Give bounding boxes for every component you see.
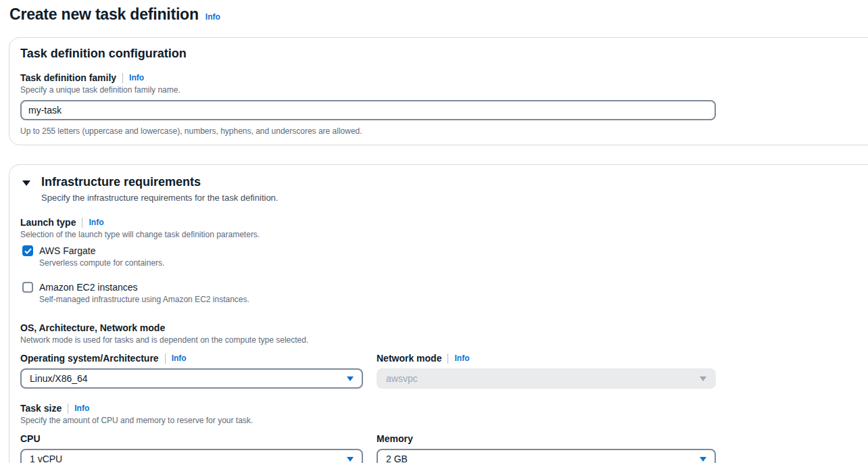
- infrastructure-section-header[interactable]: Infrastructure requirements Specify the …: [22, 175, 868, 203]
- task-definition-configuration-card: Task definition configuration Task defin…: [9, 37, 868, 145]
- os-arch-description: Network mode is used for tasks and is de…: [20, 335, 868, 345]
- task-size-label: Task size: [20, 403, 62, 414]
- launch-type-option-fargate: AWS Fargate Serverless compute for conta…: [20, 245, 868, 268]
- os-arch-block: OS, Architecture, Network mode Network m…: [20, 322, 868, 389]
- collapse-triangle-icon[interactable]: [22, 180, 30, 186]
- label-divider: [448, 354, 448, 364]
- ec2-checkbox[interactable]: [22, 282, 33, 293]
- label-divider: [82, 218, 82, 228]
- launch-type-option-ec2: Amazon EC2 instances Self-managed infras…: [20, 282, 868, 304]
- operating-system-info-link[interactable]: Info: [172, 354, 187, 363]
- ec2-label: Amazon EC2 instances: [39, 282, 138, 293]
- caret-down-icon: [700, 457, 706, 462]
- operating-system-label: Operating system/Architecture: [20, 353, 159, 364]
- infrastructure-description: Specify the infrastructure requirements …: [41, 193, 278, 203]
- launch-type-label: Launch type: [20, 217, 76, 228]
- label-divider: [122, 73, 123, 83]
- label-divider: [165, 354, 166, 364]
- memory-select[interactable]: 2 GB: [377, 449, 716, 463]
- launch-type-description: Selection of the launch type will change…: [20, 230, 868, 239]
- ec2-description: Self-managed infrastructure using Amazon…: [39, 295, 868, 304]
- family-info-link[interactable]: Info: [129, 73, 144, 82]
- page-header: Create new task definition Info: [9, 5, 868, 24]
- operating-system-select[interactable]: Linux/X86_64: [20, 368, 363, 389]
- checkmark-icon: [24, 248, 32, 254]
- family-label: Task definition family: [20, 72, 116, 83]
- family-constraint-text: Up to 255 letters (uppercase and lowerca…: [20, 126, 868, 136]
- caret-down-icon: [347, 376, 354, 381]
- network-mode-label: Network mode: [377, 353, 441, 364]
- cpu-select[interactable]: 1 vCPU: [20, 449, 363, 463]
- task-size-block: Task size Info Specify the amount of CPU…: [20, 403, 868, 463]
- task-config-heading: Task definition configuration: [20, 47, 868, 61]
- page-title: Create new task definition: [9, 5, 199, 24]
- network-mode-select: awsvpc: [377, 368, 716, 389]
- page-title-info-link[interactable]: Info: [206, 12, 220, 22]
- os-arch-heading: OS, Architecture, Network mode: [20, 322, 868, 333]
- launch-type-block: Launch type Info Selection of the launch…: [20, 217, 868, 304]
- infrastructure-heading: Infrastructure requirements: [41, 175, 278, 189]
- network-mode-value: awsvpc: [386, 373, 418, 384]
- memory-value: 2 GB: [386, 454, 408, 463]
- caret-down-icon: [347, 457, 354, 462]
- family-description: Specify a unique task definition family …: [20, 85, 868, 95]
- family-label-row: Task definition family Info: [20, 72, 868, 83]
- task-definition-family-input[interactable]: [20, 100, 716, 120]
- fargate-checkbox[interactable]: [22, 245, 33, 256]
- fargate-description: Serverless compute for containers.: [39, 258, 868, 268]
- task-size-info-link[interactable]: Info: [74, 404, 89, 413]
- operating-system-value: Linux/X86_64: [30, 373, 88, 384]
- fargate-label: AWS Fargate: [39, 245, 96, 256]
- task-size-description: Specify the amount of CPU and memory to …: [20, 416, 868, 425]
- cpu-label: CPU: [20, 433, 363, 444]
- infrastructure-requirements-card: Infrastructure requirements Specify the …: [9, 164, 868, 463]
- caret-down-icon: [700, 376, 706, 381]
- cpu-value: 1 vCPU: [30, 454, 62, 463]
- launch-type-info-link[interactable]: Info: [89, 218, 103, 227]
- memory-label: Memory: [377, 433, 716, 444]
- network-mode-info-link[interactable]: Info: [454, 354, 469, 363]
- label-divider: [68, 404, 68, 414]
